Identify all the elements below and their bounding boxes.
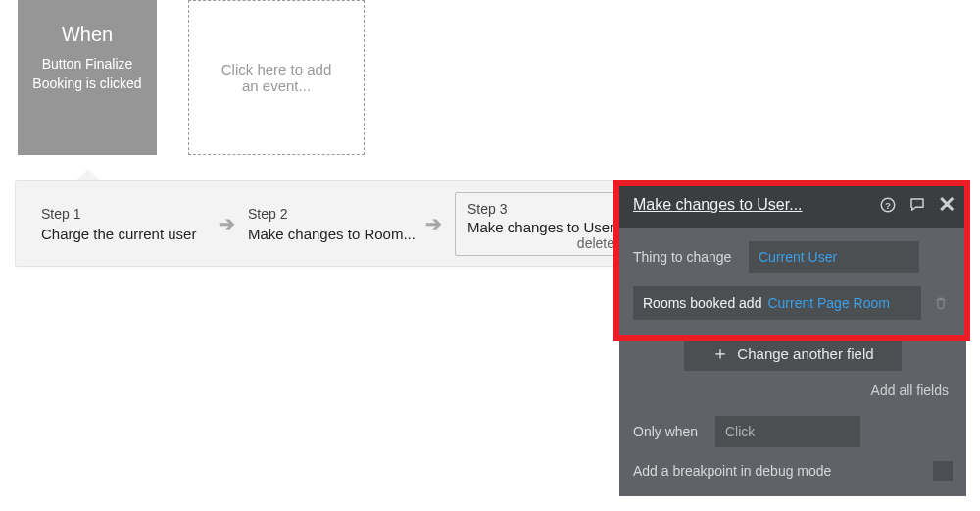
- thing-to-change-field[interactable]: Current User: [749, 241, 919, 273]
- delete-step-link[interactable]: delete: [467, 235, 614, 251]
- thing-to-change-label: Thing to change: [633, 249, 749, 265]
- add-event-button[interactable]: Click here to add an event...: [188, 0, 365, 155]
- step-label: Make changes to User...: [467, 219, 614, 235]
- step-3-selected[interactable]: Step 3 Make changes to User... delete: [455, 192, 627, 256]
- rooms-booked-value: Current Page Room: [767, 295, 890, 311]
- step-number: Step 1: [41, 206, 206, 222]
- thing-to-change-row: Thing to change Current User: [633, 241, 953, 273]
- step-number: Step 3: [467, 201, 614, 217]
- field-change-row: Rooms booked add Current Page Room: [633, 286, 953, 320]
- arrow-right-icon: ➔: [219, 212, 235, 235]
- thing-to-change-value: Current User: [759, 249, 837, 265]
- rooms-booked-label: Rooms booked add: [643, 295, 761, 311]
- event-pointer-icon: [76, 169, 100, 180]
- arrow-right-icon: ➔: [425, 212, 442, 235]
- editor-header: Make changes to User... ? ✕: [619, 182, 966, 228]
- only-when-field[interactable]: Click: [715, 416, 860, 447]
- svg-text:?: ?: [885, 200, 891, 211]
- comment-icon[interactable]: [907, 195, 927, 215]
- add-all-fields-link[interactable]: Add all fields: [633, 383, 953, 398]
- breakpoint-label: Add a breakpoint in debug mode: [633, 463, 933, 479]
- plus-icon: ＋: [711, 341, 729, 365]
- editor-title[interactable]: Make changes to User...: [633, 196, 868, 214]
- event-when-block[interactable]: When Button Finalize Booking is clicked: [18, 0, 157, 155]
- rooms-booked-field[interactable]: Rooms booked add Current Page Room: [633, 286, 921, 320]
- step-number: Step 2: [248, 206, 413, 222]
- action-editor-panel: Make changes to User... ? ✕ Thing to cha…: [619, 182, 966, 496]
- only-when-placeholder: Click: [725, 424, 755, 439]
- help-icon[interactable]: ?: [878, 195, 898, 215]
- event-when-title: When: [18, 24, 157, 46]
- step-label: Make changes to Room...: [248, 226, 413, 242]
- step-2[interactable]: Step 2 Make changes to Room...: [248, 206, 413, 242]
- only-when-row: Only when Click: [633, 416, 953, 447]
- step-label: Charge the current user: [41, 226, 206, 242]
- close-icon[interactable]: ✕: [937, 195, 956, 215]
- breakpoint-row: Add a breakpoint in debug mode: [633, 461, 953, 481]
- event-when-subtitle: Button Finalize Booking is clicked: [18, 54, 157, 93]
- change-another-label: Change another field: [737, 345, 873, 362]
- change-another-field-button[interactable]: ＋ Change another field: [684, 335, 902, 371]
- breakpoint-checkbox[interactable]: [933, 461, 953, 481]
- delete-field-icon[interactable]: [929, 295, 953, 311]
- add-event-label: Click here to add an event...: [213, 61, 340, 94]
- step-1[interactable]: Step 1 Charge the current user: [41, 206, 206, 242]
- only-when-label: Only when: [633, 424, 715, 439]
